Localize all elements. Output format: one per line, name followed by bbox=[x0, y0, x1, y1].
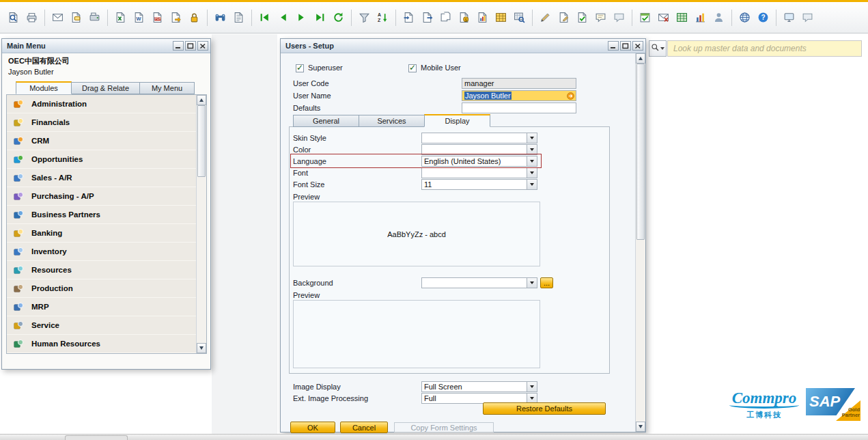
base-document-button[interactable] bbox=[400, 8, 418, 27]
approval-status-button[interactable] bbox=[573, 8, 591, 27]
menu-item-mrp[interactable]: MRP bbox=[7, 298, 196, 316]
scroll-down-button[interactable] bbox=[197, 343, 206, 353]
menu-item-sales-a-r[interactable]: Sales - A/R bbox=[7, 169, 196, 187]
scroll-up-button[interactable] bbox=[636, 53, 645, 64]
excel-report-button[interactable] bbox=[673, 8, 691, 27]
language-dropdown[interactable]: English (United States) bbox=[421, 156, 537, 167]
menu-item-purchasing-a-p[interactable]: Purchasing - A/P bbox=[7, 187, 196, 206]
users-setup-tab-services[interactable]: Services bbox=[359, 115, 425, 127]
main-menu-scrollbar[interactable] bbox=[196, 95, 206, 353]
to-do-list-button[interactable] bbox=[636, 8, 654, 27]
refresh-record-button[interactable] bbox=[329, 8, 348, 27]
last-data-record-button[interactable] bbox=[311, 8, 329, 27]
restore-defaults-button[interactable]: Restore Defaults bbox=[483, 402, 606, 415]
menu-item-administration[interactable]: Administration bbox=[7, 95, 196, 113]
maximize-button[interactable] bbox=[620, 41, 631, 51]
users-setup-titlebar[interactable]: Users - Setup bbox=[281, 39, 645, 53]
target-document-button[interactable] bbox=[418, 8, 436, 27]
support-monitor-button[interactable] bbox=[780, 8, 798, 27]
menu-item-service[interactable]: Service bbox=[7, 316, 196, 335]
payment-means-button[interactable]: $ bbox=[455, 8, 473, 27]
print-preview-button[interactable] bbox=[4, 8, 23, 27]
sort-table-icon: AZ bbox=[377, 12, 389, 23]
form-settings-button[interactable] bbox=[492, 8, 510, 27]
edit-button[interactable] bbox=[536, 8, 555, 27]
main-menu-tab-my-menu[interactable]: My Menu bbox=[139, 82, 195, 94]
users-setup-tab-general[interactable]: General bbox=[293, 115, 359, 127]
user-name-field[interactable]: Jayson Butler bbox=[462, 90, 576, 101]
font-dropdown[interactable] bbox=[421, 167, 537, 178]
support-chat-button[interactable] bbox=[798, 8, 817, 27]
sort-table-button[interactable]: AZ bbox=[374, 8, 392, 27]
menu-item-business-partners[interactable]: Business Partners bbox=[7, 206, 196, 224]
chart-wizard-button[interactable] bbox=[691, 8, 710, 27]
send-fax-button[interactable] bbox=[85, 8, 104, 27]
scroll-up-button[interactable] bbox=[197, 95, 206, 105]
status-bar-item[interactable] bbox=[65, 435, 128, 440]
link-arrow-icon[interactable] bbox=[566, 92, 575, 100]
skin-style-dropdown[interactable] bbox=[421, 133, 537, 143]
previous-record-button[interactable] bbox=[274, 8, 292, 27]
web-browser-button[interactable] bbox=[736, 8, 754, 27]
journal-voucher-button[interactable] bbox=[229, 8, 248, 27]
dialog-overview-button[interactable] bbox=[610, 8, 628, 27]
menu-item-production[interactable]: Production bbox=[7, 279, 196, 298]
my-account-button[interactable] bbox=[710, 8, 728, 27]
document-editing-button[interactable] bbox=[555, 8, 573, 27]
filter-table-button[interactable] bbox=[355, 8, 374, 27]
next-record-button[interactable] bbox=[292, 8, 311, 27]
image-display-dropdown[interactable]: Full Screen bbox=[421, 381, 537, 392]
export-to-excel-button[interactable] bbox=[111, 8, 130, 27]
main-menu-tab-modules[interactable]: Modules bbox=[16, 81, 72, 94]
browse-button[interactable]: ... bbox=[540, 277, 553, 288]
scroll-thumb[interactable] bbox=[197, 105, 206, 177]
query-manager-button[interactable] bbox=[510, 8, 529, 27]
print-button[interactable] bbox=[23, 8, 41, 27]
find-button[interactable] bbox=[211, 8, 229, 27]
messages-overview-button[interactable] bbox=[591, 8, 610, 27]
launch-application-button[interactable] bbox=[167, 8, 185, 27]
export-to-word-button[interactable]: W bbox=[130, 8, 148, 27]
main-menu-titlebar[interactable]: Main Menu bbox=[2, 39, 210, 53]
lookup-search-button[interactable] bbox=[649, 40, 667, 57]
users-setup-tab-display[interactable]: Display bbox=[424, 114, 490, 127]
ok-button[interactable]: OK bbox=[290, 422, 335, 433]
scroll-down-button[interactable] bbox=[636, 422, 645, 432]
minimize-button[interactable] bbox=[173, 41, 184, 51]
color-dropdown[interactable] bbox=[421, 144, 537, 155]
toolbar-separator bbox=[251, 10, 252, 26]
gross-profit-button[interactable] bbox=[473, 8, 492, 27]
cancel-button[interactable]: Cancel bbox=[340, 422, 388, 433]
menu-item-inventory[interactable]: Inventory bbox=[7, 243, 196, 261]
scroll-thumb[interactable] bbox=[636, 64, 645, 240]
export-to-pdf-button[interactable]: PDF bbox=[148, 8, 167, 27]
lookup-search-input[interactable] bbox=[667, 40, 862, 57]
maximize-button[interactable] bbox=[185, 41, 196, 51]
menu-item-banking[interactable]: Banking bbox=[7, 224, 196, 243]
menu-item-opportunities[interactable]: Opportunities bbox=[7, 150, 196, 169]
help-button[interactable]: ? bbox=[754, 8, 772, 27]
document-drafts-button[interactable] bbox=[436, 8, 455, 27]
main-menu-tab-drag-relate[interactable]: Drag & Relate bbox=[71, 82, 140, 94]
mobile-user-checkbox[interactable] bbox=[408, 64, 417, 72]
menu-item-resources[interactable]: Resources bbox=[7, 261, 196, 279]
defaults-field[interactable] bbox=[462, 102, 576, 113]
menu-item-crm[interactable]: CRM bbox=[7, 132, 196, 150]
minimize-button[interactable] bbox=[608, 41, 619, 51]
commpro-chinese-name: 工博科技 bbox=[727, 410, 802, 420]
close-button[interactable] bbox=[197, 41, 208, 51]
menu-item-financials[interactable]: Financials bbox=[7, 113, 196, 132]
superuser-checkbox[interactable] bbox=[296, 64, 304, 72]
inbox-button[interactable] bbox=[654, 8, 673, 27]
menu-item-human-resources[interactable]: Human Resources bbox=[7, 335, 196, 353]
lock-screen-button[interactable] bbox=[185, 8, 204, 27]
font-size-dropdown[interactable]: 11 bbox=[421, 179, 537, 190]
users-setup-scrollbar[interactable] bbox=[635, 53, 645, 432]
first-data-record-button[interactable] bbox=[255, 8, 274, 27]
send-sms-button[interactable] bbox=[67, 8, 85, 27]
copy-form-settings-button[interactable]: Copy Form Settings bbox=[394, 422, 494, 432]
background-dropdown[interactable] bbox=[421, 277, 537, 288]
close-button[interactable] bbox=[632, 41, 643, 51]
user-code-field[interactable]: manager bbox=[462, 78, 576, 89]
send-email-button[interactable] bbox=[48, 8, 67, 27]
